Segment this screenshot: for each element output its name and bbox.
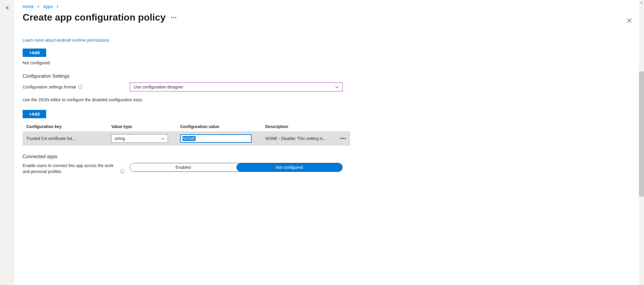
config-format-label-text: Configuration settings format xyxy=(23,85,76,89)
add-permission-button[interactable]: +Add xyxy=(23,49,46,57)
add-config-key-button[interactable]: +Add xyxy=(23,110,46,118)
close-button[interactable] xyxy=(627,18,632,24)
col-config-key: Configuration key xyxy=(23,122,108,131)
info-icon[interactable]: i xyxy=(120,169,124,174)
connected-apps-label-text: Enable users to connect this app across … xyxy=(23,163,118,175)
table-row: Trusted CA certificate list... string NO… xyxy=(23,131,350,146)
breadcrumb-home[interactable]: Home xyxy=(23,4,34,9)
config-format-value: Use configuration designer xyxy=(134,85,183,89)
title-row: Create app configuration policy ••• xyxy=(23,12,636,23)
config-format-row: Configuration settings format i Use conf… xyxy=(23,82,350,91)
col-description: Description xyxy=(262,122,337,131)
col-actions xyxy=(337,122,350,131)
breadcrumb-apps[interactable]: Apps xyxy=(43,4,53,9)
cell-config-value: NONE xyxy=(177,131,262,146)
page-title: Create app configuration policy xyxy=(23,12,166,23)
value-type-text: string xyxy=(115,136,125,141)
config-value-text: NONE xyxy=(183,136,196,141)
content-area: Learn more about Android runtime permiss… xyxy=(23,38,350,175)
col-config-value: Configuration value xyxy=(177,122,262,131)
cell-value-type: string xyxy=(108,131,177,146)
connected-apps-row: Enable users to connect this app across … xyxy=(23,163,350,175)
vertical-scrollbar[interactable]: ▴ xyxy=(639,0,644,285)
scrollbar-thumb[interactable] xyxy=(639,71,644,197)
table-header-row: Configuration key Value type Configurati… xyxy=(23,122,350,131)
breadcrumb: Home Apps xyxy=(23,4,636,9)
config-format-label: Configuration settings format i xyxy=(23,85,130,89)
config-format-dropdown[interactable]: Use configuration designer xyxy=(130,82,343,91)
toggle-enabled[interactable]: Enabled xyxy=(130,163,236,172)
chevron-down-icon xyxy=(335,85,339,89)
row-more-actions-icon[interactable]: ••• xyxy=(340,136,347,141)
connected-apps-heading: Connected apps xyxy=(23,154,350,159)
chevron-right-icon xyxy=(56,4,59,9)
collapse-sidebar-icon[interactable] xyxy=(5,5,10,285)
connected-apps-label: Enable users to connect this app across … xyxy=(23,163,130,175)
config-keys-table: Configuration key Value type Configurati… xyxy=(23,122,350,146)
connected-apps-toggle: Enabled Not configured xyxy=(130,163,343,172)
learn-more-link[interactable]: Learn more about Android runtime permiss… xyxy=(23,38,109,43)
more-actions-icon[interactable]: ••• xyxy=(171,15,177,20)
main-panel: Home Apps Create app configuration polic… xyxy=(14,0,644,285)
chevron-down-icon xyxy=(161,136,165,141)
permissions-status: Not configured xyxy=(23,60,350,65)
config-value-input[interactable]: NONE xyxy=(180,134,252,143)
cell-actions: ••• xyxy=(337,131,350,146)
cell-config-key: Trusted CA certificate list... xyxy=(23,131,108,146)
sidebar-rail xyxy=(0,0,14,285)
config-helper-text: Use the JSON editor to configure the dis… xyxy=(23,97,350,102)
value-type-select[interactable]: string xyxy=(111,134,168,143)
scroll-up-arrow-icon[interactable]: ▴ xyxy=(639,1,644,4)
col-value-type: Value type xyxy=(108,122,177,131)
config-settings-heading: Configuration Settings xyxy=(23,74,350,79)
toggle-not-configured[interactable]: Not configured xyxy=(236,163,343,172)
cell-description: NONE - Disable; This setting is... xyxy=(262,131,337,146)
info-icon[interactable]: i xyxy=(78,85,82,89)
chevron-right-icon xyxy=(37,4,40,9)
